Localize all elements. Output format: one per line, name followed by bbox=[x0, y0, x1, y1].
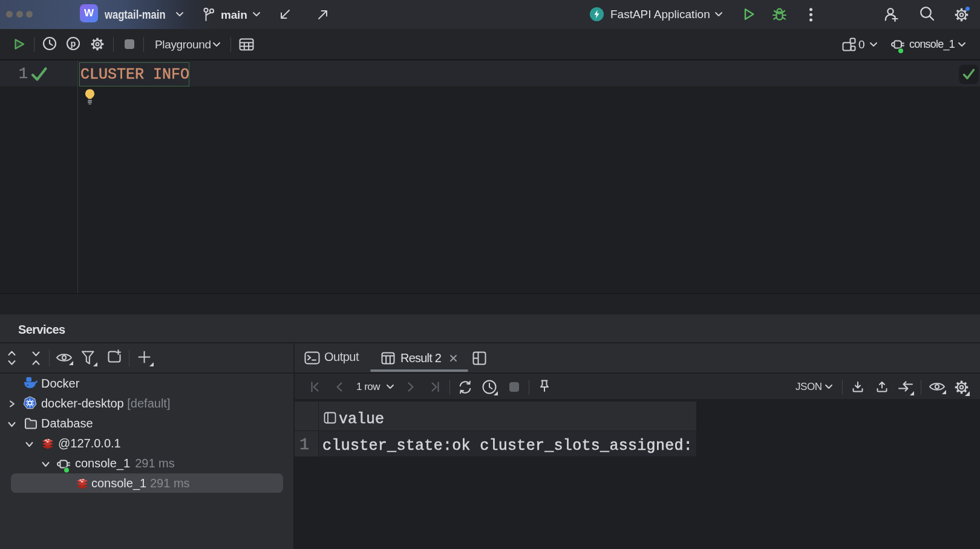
svg-text:p: p bbox=[71, 39, 76, 48]
